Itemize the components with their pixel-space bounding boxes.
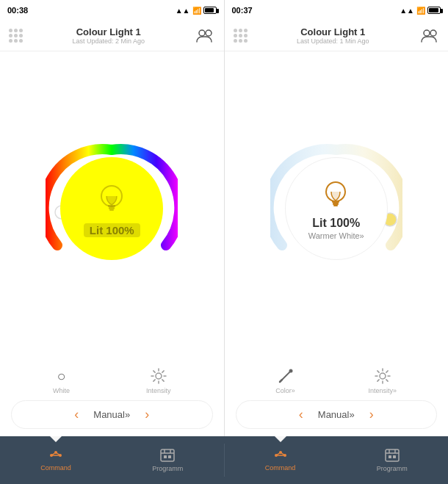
right-color-picker-icon: [277, 367, 295, 385]
right-color-temp: Warmer White»: [308, 231, 364, 240]
left-command-icon: [48, 449, 64, 462]
right-color-wheel[interactable]: Lit 100% Warmer White»: [270, 142, 402, 275]
left-device-title: Colour Light 1: [72, 26, 145, 37]
left-command-label: Command: [40, 464, 71, 472]
svg-rect-51: [386, 449, 399, 461]
right-manual-text: Manual»: [318, 409, 355, 420]
left-program-tab[interactable]: Programm: [112, 436, 223, 484]
right-header: Colour Light 1 Last Updated: 1 Min Ago: [225, 21, 449, 51]
svg-rect-5: [109, 207, 115, 209]
svg-point-24: [380, 373, 386, 379]
left-lit-label: Lit 100%: [84, 223, 140, 237]
right-dots-icon: [234, 29, 248, 43]
right-controls-row: Color» Intensity»: [225, 361, 449, 400]
right-command-icon: [272, 449, 289, 462]
right-title-group: Colour Light 1 Last Updated: 1 Min Ago: [297, 26, 369, 45]
svg-point-0: [199, 30, 205, 36]
right-bulb-icon: [319, 177, 353, 214]
main-content: Colour Light 1 Last Updated: 2 Min Ago: [0, 21, 448, 436]
right-intensity-control[interactable]: Intensity»: [369, 367, 397, 394]
svg-rect-22: [333, 205, 338, 206]
svg-rect-6: [109, 209, 114, 211]
svg-line-32: [377, 380, 379, 381]
left-color-wheel[interactable]: Lit 100%: [46, 142, 178, 275]
left-header: Colour Light 1 Last Updated: 2 Min Ago: [0, 21, 224, 51]
svg-rect-55: [389, 455, 391, 458]
right-nav-panel: Command Programm: [225, 436, 449, 484]
left-intensity-icon: [150, 367, 167, 385]
left-active-center: Lit 100%: [60, 157, 163, 260]
right-intensity-icon: [374, 367, 391, 385]
left-white-label: White: [53, 387, 70, 394]
left-status-icons: ▲▲ 📶: [176, 7, 217, 15]
right-inactive-center: Lit 100% Warmer White»: [285, 157, 388, 260]
right-intensity-label: Intensity»: [369, 387, 397, 394]
svg-rect-21: [333, 203, 339, 205]
right-last-updated: Last Updated: 1 Min Ago: [297, 37, 369, 45]
left-status-bar: 00:38 ▲▲ 📶: [0, 0, 225, 21]
right-status-bar: 00:37 ▲▲ 📶: [225, 0, 449, 21]
right-phone-panel: Colour Light 1 Last Updated: 1 Min Ago: [225, 21, 449, 436]
svg-line-31: [386, 371, 388, 372]
left-arrow-right[interactable]: ›: [145, 407, 149, 422]
svg-rect-39: [161, 449, 174, 461]
right-person-icon[interactable]: [419, 29, 439, 43]
svg-line-13: [162, 380, 164, 381]
right-wheel-area: Lit 100% Warmer White»: [225, 51, 449, 361]
left-dots-icon: [9, 29, 23, 43]
svg-point-23: [289, 369, 292, 373]
right-status-icons: ▲▲ 📶: [400, 7, 441, 15]
right-time: 00:37: [232, 6, 253, 15]
left-wheel-area: Lit 100%: [0, 51, 224, 361]
right-color-label: Color»: [275, 387, 295, 394]
right-manual-row: ‹ Manual» ›: [236, 400, 438, 429]
svg-line-12: [153, 371, 155, 372]
svg-rect-56: [393, 455, 396, 458]
left-arrow-left[interactable]: ‹: [74, 407, 79, 422]
left-command-tab[interactable]: Command: [0, 436, 112, 484]
left-last-updated: Last Updated: 2 Min Ago: [72, 37, 145, 45]
svg-point-7: [156, 373, 162, 379]
right-device-title: Colour Light 1: [297, 26, 369, 37]
left-program-label: Programm: [152, 465, 183, 472]
right-arrow-right[interactable]: ›: [369, 407, 374, 422]
right-program-icon: [384, 448, 400, 463]
svg-line-14: [162, 371, 164, 372]
left-manual-row: ‹ Manual» ›: [11, 400, 213, 429]
left-intensity-control[interactable]: Intensity: [146, 367, 171, 394]
right-program-tab[interactable]: Programm: [336, 436, 448, 484]
bottom-nav: Command Programm C: [0, 436, 448, 484]
svg-line-15: [153, 380, 155, 381]
right-command-tab[interactable]: Command: [225, 436, 336, 484]
left-white-icon: ○: [57, 368, 65, 385]
svg-point-16: [424, 30, 430, 36]
right-battery: [427, 7, 441, 14]
svg-rect-44: [168, 455, 171, 458]
right-command-label: Command: [265, 464, 296, 472]
right-color-control[interactable]: Color»: [275, 367, 295, 394]
left-time: 00:38: [7, 6, 28, 15]
svg-line-29: [377, 371, 379, 372]
left-bulb-icon: [95, 180, 129, 220]
right-arrow-left[interactable]: ‹: [299, 407, 303, 422]
left-title-group: Colour Light 1 Last Updated: 2 Min Ago: [72, 26, 145, 45]
svg-rect-4: [108, 205, 115, 207]
left-white-control[interactable]: ○ White: [53, 368, 70, 394]
right-program-label: Programm: [377, 465, 408, 472]
left-controls-row: ○ White Intensity: [0, 361, 224, 400]
svg-rect-20: [332, 201, 339, 203]
left-battery: [203, 7, 217, 14]
svg-point-1: [206, 30, 212, 36]
left-nav-panel: Command Programm: [0, 436, 224, 484]
left-intensity-label: Intensity: [146, 387, 171, 394]
left-person-icon[interactable]: [194, 29, 214, 43]
svg-rect-43: [164, 455, 167, 458]
svg-point-17: [430, 30, 436, 36]
svg-line-30: [386, 380, 388, 381]
right-lit-label: Lit 100%: [312, 217, 360, 230]
left-phone-panel: Colour Light 1 Last Updated: 2 Min Ago: [0, 21, 225, 436]
left-manual-text: Manual»: [93, 409, 130, 420]
left-program-icon: [159, 448, 176, 463]
status-bars: 00:38 ▲▲ 📶 00:37 ▲▲ 📶: [0, 0, 448, 21]
